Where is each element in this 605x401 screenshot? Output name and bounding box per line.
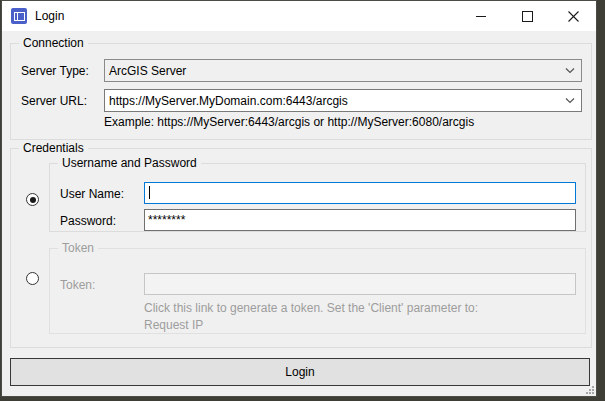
server-url-example-text: Example: https://MyServer:6443/arcgis or…: [104, 115, 474, 129]
app-icon: [11, 8, 27, 24]
password-input[interactable]: [144, 209, 576, 231]
desktop-background: Login Connection Server Type: ArcGIS Ser…: [0, 0, 605, 401]
server-url-combobox[interactable]: https://MyServer.MyDomain.com:6443/arcgi…: [104, 89, 582, 112]
connection-group-label: Connection: [19, 36, 88, 50]
chevron-down-icon: [559, 98, 581, 104]
login-dialog: Login Connection Server Type: ArcGIS Ser…: [1, 0, 597, 397]
close-icon: [568, 11, 579, 22]
minimize-icon: [476, 16, 486, 17]
chevron-down-icon: [559, 68, 581, 74]
window-title: Login: [35, 9, 64, 23]
server-type-combobox[interactable]: ArcGIS Server: [104, 59, 582, 82]
username-password-group-label: Username and Password: [58, 156, 201, 170]
server-url-label: Server URL:: [21, 94, 87, 108]
server-type-label: Server Type:: [21, 64, 89, 78]
resize-grip-icon[interactable]: [584, 384, 594, 394]
credentials-group-label: Credentials: [19, 141, 88, 155]
server-url-value: https://MyServer.MyDomain.com:6443/arcgi…: [105, 94, 559, 108]
text-caret: [149, 186, 150, 199]
token-radio[interactable]: [26, 272, 39, 285]
token-hint-text: Click this link to generate a token. Set…: [144, 301, 478, 315]
close-button[interactable]: [550, 1, 596, 31]
minimize-button[interactable]: [458, 1, 504, 31]
titlebar[interactable]: Login: [2, 1, 596, 31]
token-group-label: Token: [58, 241, 98, 255]
username-password-radio[interactable]: [26, 193, 39, 206]
radio-selected-dot: [30, 197, 36, 203]
request-ip-link[interactable]: Request IP: [144, 318, 203, 332]
password-label: Password:: [60, 214, 116, 228]
token-input: [144, 273, 576, 295]
username-label: User Name:: [60, 187, 124, 201]
maximize-icon: [522, 11, 533, 22]
login-button[interactable]: Login: [10, 358, 590, 386]
token-label: Token:: [60, 278, 95, 292]
server-type-value: ArcGIS Server: [105, 64, 559, 78]
login-button-label: Login: [285, 365, 314, 379]
username-input[interactable]: [144, 182, 576, 204]
maximize-button[interactable]: [504, 1, 550, 31]
